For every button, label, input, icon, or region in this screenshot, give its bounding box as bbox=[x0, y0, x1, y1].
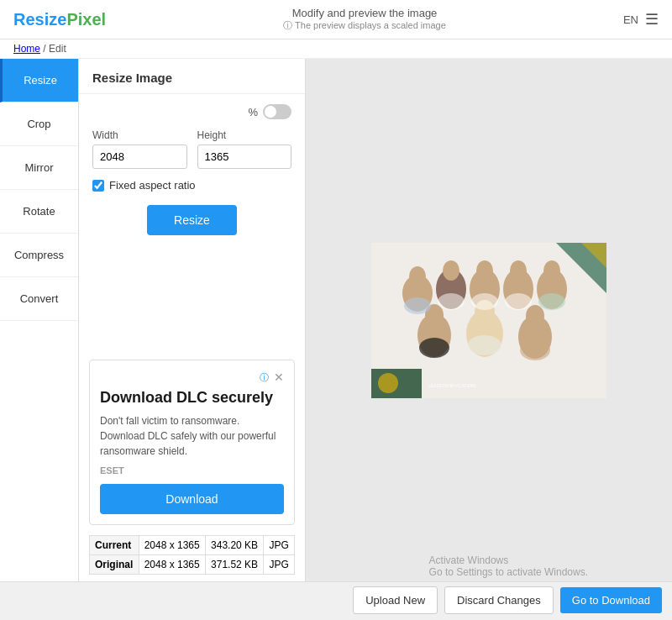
preview-area: LEADERSHIP ACADEMY bbox=[306, 59, 672, 581]
percent-row: % bbox=[92, 104, 291, 119]
ad-download-button[interactable]: Download bbox=[100, 484, 284, 514]
resize-button[interactable]: Resize bbox=[147, 205, 237, 235]
preview-note: ⓘ The preview displays a scaled image bbox=[283, 19, 446, 32]
lang-label: EN bbox=[623, 13, 638, 26]
ad-info-icon: ⓘ bbox=[260, 371, 269, 384]
sidebar-item-rotate[interactable]: Rotate bbox=[0, 190, 78, 234]
sidebar-item-convert[interactable]: Convert bbox=[0, 277, 78, 321]
logo-pixel: Pixel bbox=[66, 10, 106, 29]
svg-point-12 bbox=[510, 260, 527, 281]
breadcrumb-current: Edit bbox=[49, 43, 66, 55]
svg-point-10 bbox=[476, 260, 493, 281]
ad-close-button[interactable]: ✕ bbox=[274, 370, 284, 384]
svg-point-26 bbox=[419, 338, 449, 358]
percent-label: % bbox=[248, 106, 258, 118]
svg-point-6 bbox=[409, 266, 426, 286]
width-input[interactable] bbox=[92, 144, 187, 169]
bottom-bar: Activate WindowsGo to Settings to activa… bbox=[0, 581, 672, 618]
sidebar-item-crop[interactable]: Crop bbox=[0, 102, 78, 146]
current-label: Current bbox=[90, 536, 139, 555]
height-field: Height bbox=[197, 129, 292, 169]
svg-point-27 bbox=[468, 335, 501, 355]
ad-description: Don't fall victim to ransomware. Downloa… bbox=[100, 413, 284, 459]
header-title: Modify and preview the image bbox=[283, 7, 446, 19]
ad-title: Download DLC securely bbox=[100, 389, 284, 407]
panel-title: Resize Image bbox=[79, 59, 305, 94]
go-to-download-button[interactable]: Go to Download bbox=[560, 587, 662, 613]
dimensions-row: Width Height bbox=[92, 129, 291, 169]
header-center: Modify and preview the image ⓘ The previ… bbox=[283, 7, 446, 32]
percent-toggle[interactable] bbox=[263, 104, 291, 119]
content-panel: Resize Image % Width Height bbox=[79, 59, 306, 581]
breadcrumb-home[interactable]: Home bbox=[13, 43, 40, 55]
original-dims: 2048 x 1365 bbox=[139, 555, 205, 575]
svg-point-22 bbox=[438, 293, 465, 310]
ad-box: ⓘ ✕ Download DLC securely Don't fall vic… bbox=[89, 360, 295, 525]
panel-body: % Width Height Fixed aspect ratio bbox=[79, 94, 305, 349]
sidebar: Resize Crop Mirror Rotate Compress Conve… bbox=[0, 59, 79, 581]
breadcrumb: Home / Edit bbox=[0, 39, 672, 59]
current-size: 343.20 KB bbox=[206, 536, 264, 555]
original-label: Original bbox=[90, 555, 139, 575]
width-label: Width bbox=[92, 129, 187, 141]
logo-resize: Resize bbox=[13, 10, 66, 29]
sidebar-item-compress[interactable]: Compress bbox=[0, 234, 78, 277]
svg-point-21 bbox=[404, 297, 431, 314]
svg-point-8 bbox=[443, 260, 459, 281]
aspect-ratio-row: Fixed aspect ratio bbox=[92, 179, 291, 192]
svg-point-20 bbox=[526, 305, 544, 327]
svg-point-24 bbox=[505, 293, 532, 310]
ad-brand: ESET bbox=[100, 465, 284, 476]
original-size: 371.52 KB bbox=[206, 555, 264, 575]
ad-top-row: ⓘ ✕ bbox=[100, 370, 284, 384]
svg-point-4 bbox=[378, 373, 398, 393]
width-field: Width bbox=[92, 129, 187, 169]
header-right: EN ☰ bbox=[623, 10, 659, 29]
upload-new-button[interactable]: Upload New bbox=[353, 586, 438, 614]
sidebar-item-mirror[interactable]: Mirror bbox=[0, 146, 78, 190]
height-label: Height bbox=[197, 129, 292, 141]
sidebar-item-resize[interactable]: Resize bbox=[0, 59, 78, 102]
current-format: JPG bbox=[264, 536, 295, 555]
file-info: Current 2048 x 1365 343.20 KB JPG Origin… bbox=[89, 535, 295, 575]
svg-point-23 bbox=[471, 293, 498, 310]
svg-text:LEADERSHIP ACADEMY: LEADERSHIP ACADEMY bbox=[428, 383, 477, 388]
file-info-current-row: Current 2048 x 1365 343.20 KB JPG bbox=[90, 536, 295, 555]
svg-point-14 bbox=[543, 260, 560, 281]
original-format: JPG bbox=[264, 555, 295, 575]
preview-image: LEADERSHIP ACADEMY bbox=[371, 243, 606, 398]
discard-changes-button[interactable]: Discard Changes bbox=[444, 586, 554, 614]
logo: ResizePixel bbox=[13, 10, 106, 29]
menu-icon[interactable]: ☰ bbox=[645, 10, 659, 29]
svg-point-25 bbox=[538, 293, 565, 310]
main-layout: Resize Crop Mirror Rotate Compress Conve… bbox=[0, 59, 672, 581]
file-info-original-row: Original 2048 x 1365 371.52 KB JPG bbox=[90, 555, 295, 575]
svg-point-28 bbox=[520, 340, 550, 360]
current-dims: 2048 x 1365 bbox=[139, 536, 205, 555]
header: ResizePixel Modify and preview the image… bbox=[0, 0, 672, 39]
aspect-ratio-label: Fixed aspect ratio bbox=[109, 179, 196, 192]
aspect-ratio-checkbox[interactable] bbox=[92, 180, 104, 192]
height-input[interactable] bbox=[197, 144, 292, 169]
